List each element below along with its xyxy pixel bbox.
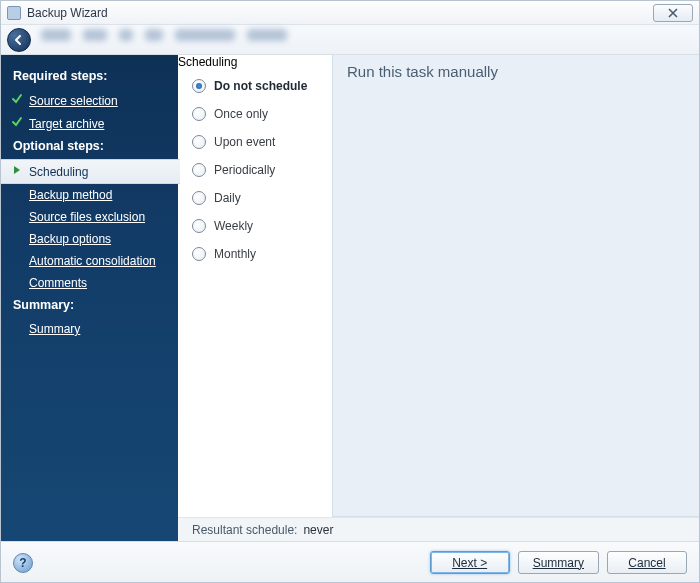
- sidebar-item-comments[interactable]: Comments: [1, 272, 178, 294]
- sidebar-item-backup-method[interactable]: Backup method: [1, 184, 178, 206]
- sidebar-item-label: Backup method: [29, 188, 112, 202]
- radio-daily[interactable]: Daily: [192, 191, 318, 205]
- header-strip: [1, 25, 699, 55]
- schedule-options: Do not schedule Once only Upon event Per…: [178, 69, 332, 261]
- sidebar-item-label: Summary: [29, 322, 80, 336]
- app-icon: [7, 6, 21, 20]
- cancel-button[interactable]: Cancel: [607, 551, 687, 574]
- sidebar-item-label: Source files exclusion: [29, 210, 145, 224]
- close-icon: [668, 8, 678, 18]
- title-bar: Backup Wizard: [1, 1, 699, 25]
- status-bar: Resultant schedule: never: [178, 517, 699, 541]
- body: Required steps: Source selection Target …: [1, 55, 699, 541]
- sidebar-item-automatic-consolidation[interactable]: Automatic consolidation: [1, 250, 178, 272]
- help-icon: ?: [19, 556, 26, 570]
- radio-icon: [192, 191, 206, 205]
- arrow-right-icon: [11, 164, 23, 179]
- radio-icon: [192, 219, 206, 233]
- back-arrow-icon: [13, 34, 25, 46]
- radio-weekly[interactable]: Weekly: [192, 219, 318, 233]
- radio-icon: [192, 135, 206, 149]
- sidebar-item-target-archive[interactable]: Target archive: [1, 112, 178, 135]
- help-button[interactable]: ?: [13, 553, 33, 573]
- radio-icon: [192, 79, 206, 93]
- sidebar-item-label: Automatic consolidation: [29, 254, 156, 268]
- status-label: Resultant schedule:: [192, 523, 297, 537]
- sidebar-item-label: Target archive: [29, 117, 104, 131]
- radio-icon: [192, 107, 206, 121]
- radio-do-not-schedule[interactable]: Do not schedule: [192, 79, 318, 93]
- window-title: Backup Wizard: [27, 6, 108, 20]
- radio-icon: [192, 247, 206, 261]
- sidebar-item-scheduling[interactable]: Scheduling: [1, 159, 180, 184]
- sidebar-item-label: Source selection: [29, 94, 118, 108]
- radio-label: Periodically: [214, 163, 275, 177]
- sidebar-item-label: Comments: [29, 276, 87, 290]
- optional-steps-heading: Optional steps:: [1, 135, 178, 159]
- section-title: Scheduling: [178, 55, 332, 69]
- sidebar: Required steps: Source selection Target …: [1, 55, 178, 541]
- summary-heading: Summary:: [1, 294, 178, 318]
- radio-once-only[interactable]: Once only: [192, 107, 318, 121]
- check-icon: [11, 93, 23, 108]
- summary-button[interactable]: Summary: [518, 551, 599, 574]
- sidebar-item-label: Backup options: [29, 232, 111, 246]
- back-button[interactable]: [7, 28, 31, 52]
- next-button[interactable]: Next >: [430, 551, 510, 574]
- sidebar-item-label: Scheduling: [29, 165, 88, 179]
- footer: ? Next > Summary Cancel: [1, 541, 699, 583]
- radio-icon: [192, 163, 206, 177]
- radio-monthly[interactable]: Monthly: [192, 247, 318, 261]
- sidebar-item-summary[interactable]: Summary: [1, 318, 178, 340]
- radio-label: Weekly: [214, 219, 253, 233]
- sidebar-item-source-files-exclusion[interactable]: Source files exclusion: [1, 206, 178, 228]
- main-panel: Scheduling Do not schedule Once only Upo…: [178, 55, 699, 541]
- radio-upon-event[interactable]: Upon event: [192, 135, 318, 149]
- main-body: Scheduling Do not schedule Once only Upo…: [178, 55, 699, 517]
- radio-label: Do not schedule: [214, 79, 307, 93]
- radio-periodically[interactable]: Periodically: [192, 163, 318, 177]
- radio-label: Monthly: [214, 247, 256, 261]
- sidebar-item-backup-options[interactable]: Backup options: [1, 228, 178, 250]
- check-icon: [11, 116, 23, 131]
- status-value: never: [303, 523, 333, 537]
- sidebar-item-source-selection[interactable]: Source selection: [1, 89, 178, 112]
- required-steps-heading: Required steps:: [1, 65, 178, 89]
- radio-label: Once only: [214, 107, 268, 121]
- info-text: Run this task manually: [347, 63, 498, 80]
- blurred-header-text: [41, 29, 689, 41]
- radio-label: Upon event: [214, 135, 275, 149]
- close-button[interactable]: [653, 4, 693, 22]
- info-panel: Run this task manually: [332, 55, 699, 517]
- radio-label: Daily: [214, 191, 241, 205]
